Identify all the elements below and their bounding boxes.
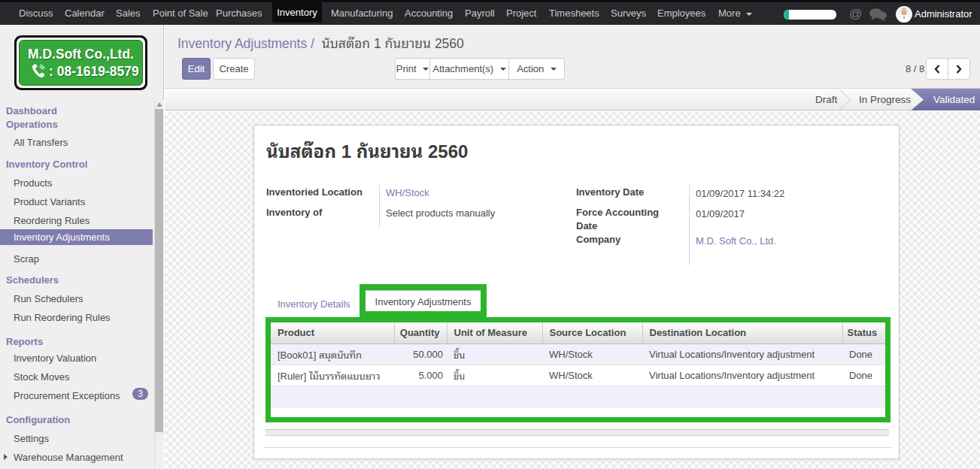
svg-text:Draft: Draft [815, 94, 838, 105]
svg-text:In Progress: In Progress [859, 94, 911, 105]
svg-text:Validated: Validated [933, 94, 975, 105]
